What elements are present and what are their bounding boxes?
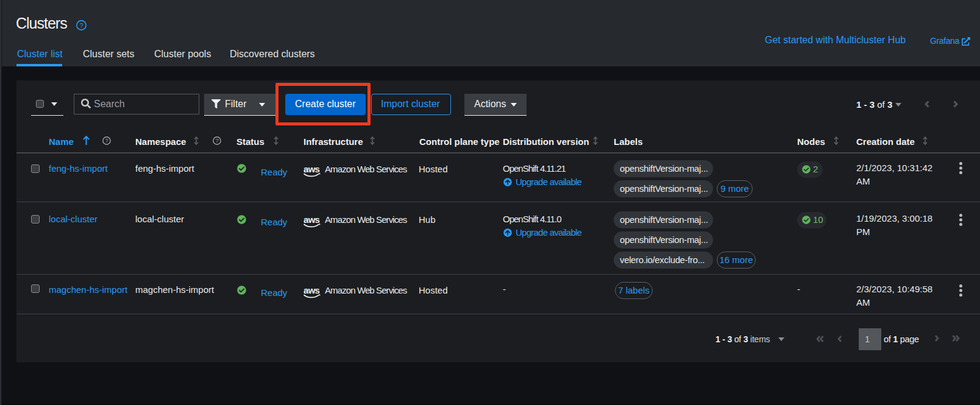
- svg-text:?: ?: [215, 138, 218, 144]
- svg-text:?: ?: [79, 22, 83, 29]
- svg-text:aws: aws: [304, 164, 320, 174]
- svg-text:?: ?: [105, 138, 108, 144]
- svg-text:aws: aws: [304, 286, 320, 295]
- svg-text:aws: aws: [304, 215, 320, 225]
